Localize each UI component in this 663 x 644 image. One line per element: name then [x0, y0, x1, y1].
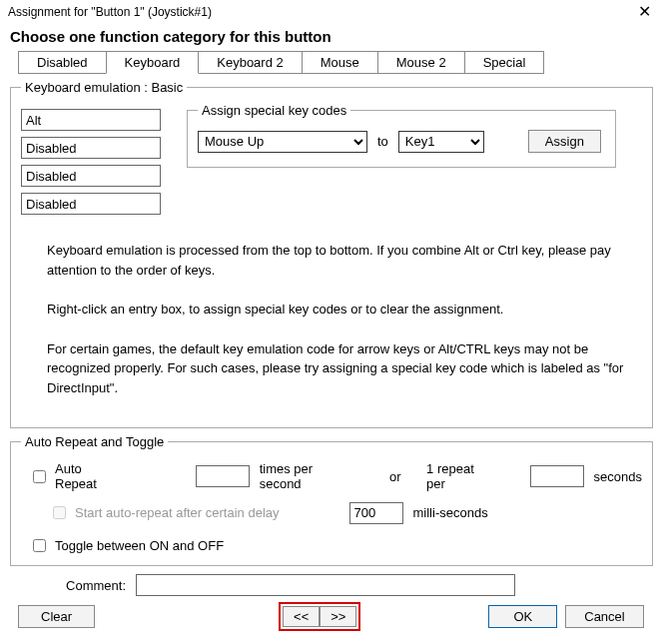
delay-ms-input[interactable]: [349, 502, 403, 524]
special-slot-select[interactable]: Key1: [398, 131, 484, 153]
keyboard-emulation-legend: Keyboard emulation : Basic: [21, 80, 187, 95]
tab-disabled[interactable]: Disabled: [18, 51, 107, 74]
clear-button[interactable]: Clear: [18, 605, 95, 628]
comment-label: Comment:: [10, 578, 130, 593]
special-keycodes-legend: Assign special key codes: [198, 103, 350, 118]
to-label: to: [377, 134, 388, 149]
desc-line-2: Right-click an entry box, to assign spec…: [47, 300, 634, 320]
tab-keyboard[interactable]: Keyboard: [106, 51, 200, 74]
prev-button[interactable]: <<: [283, 606, 320, 627]
keyboard-emulation-group: Keyboard emulation : Basic Assign specia…: [10, 80, 653, 428]
comment-input[interactable]: [136, 574, 515, 596]
start-delay-checkbox-row: Start auto-repeat after certain delay: [49, 503, 280, 522]
tab-strip: Disabled Keyboard Keyboard 2 Mouse Mouse…: [0, 51, 663, 74]
times-per-second-input[interactable]: [196, 465, 250, 487]
toggle-checkbox-row[interactable]: Toggle between ON and OFF: [29, 536, 224, 555]
close-icon[interactable]: ✕: [634, 4, 655, 20]
auto-repeat-label: Auto Repeat: [55, 461, 120, 491]
one-repeat-label: 1 repeat per: [426, 461, 491, 491]
tab-mouse[interactable]: Mouse: [302, 51, 378, 74]
seconds-input[interactable]: [530, 465, 584, 487]
auto-repeat-group: Auto Repeat and Toggle Auto Repeat times…: [10, 434, 653, 566]
special-keycodes-group: Assign special key codes Mouse Up to Key…: [187, 103, 616, 168]
ok-button[interactable]: OK: [488, 605, 557, 628]
titlebar: Assignment for "Button 1" (Joystick#1) ✕: [0, 0, 663, 22]
seconds-label: seconds: [594, 469, 642, 484]
auto-repeat-legend: Auto Repeat and Toggle: [21, 434, 168, 449]
tab-mouse2[interactable]: Mouse 2: [377, 51, 465, 74]
page-heading: Choose one function category for this bu…: [0, 22, 663, 51]
auto-repeat-checkbox-row[interactable]: Auto Repeat: [29, 461, 120, 491]
start-delay-label: Start auto-repeat after certain delay: [75, 505, 280, 520]
window-title: Assignment for "Button 1" (Joystick#1): [8, 5, 212, 19]
toggle-checkbox[interactable]: [33, 539, 46, 552]
next-button[interactable]: >>: [320, 606, 356, 627]
ms-label: milli-seconds: [413, 505, 488, 520]
assign-button[interactable]: Assign: [528, 130, 601, 153]
key3-input[interactable]: [21, 165, 161, 187]
desc-line-1: Keyboard emulation is processed from the…: [47, 241, 634, 280]
tab-keyboard2[interactable]: Keyboard 2: [198, 51, 303, 74]
tps-label: times per second: [260, 461, 351, 491]
cancel-button[interactable]: Cancel: [565, 605, 643, 628]
special-code-select[interactable]: Mouse Up: [198, 131, 367, 153]
nav-buttons-highlight: << >>: [279, 602, 360, 631]
tab-special[interactable]: Special: [464, 51, 545, 74]
toggle-label: Toggle between ON and OFF: [55, 538, 224, 553]
desc-line-3: For certain games, the default key emula…: [47, 339, 634, 398]
key4-input[interactable]: [21, 193, 161, 215]
auto-repeat-checkbox[interactable]: [33, 470, 46, 483]
description-block: Keyboard emulation is processed from the…: [47, 241, 634, 397]
key1-input[interactable]: [21, 109, 161, 131]
start-delay-checkbox: [53, 506, 66, 519]
key2-input[interactable]: [21, 137, 161, 159]
or-label: or: [389, 469, 401, 484]
